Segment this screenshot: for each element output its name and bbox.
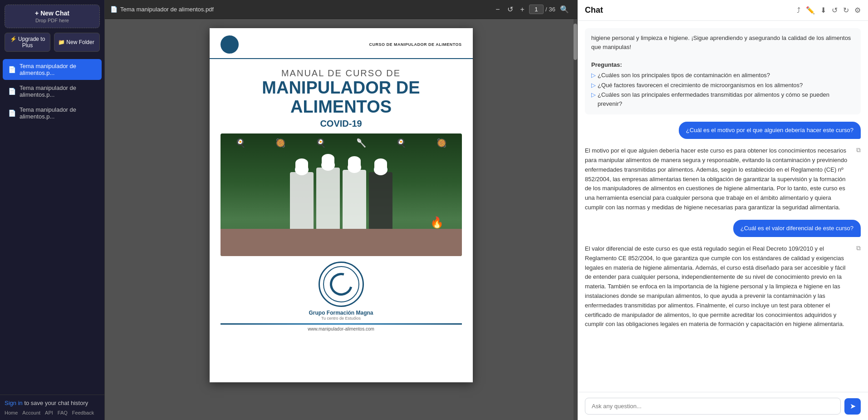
pdf-header-right: CURSO DE MANIPULADOR DE ALIMENTOS <box>369 42 461 47</box>
pdf-main-title-area: MANUAL DE CURSO DE MANIPULADOR DE ALIMEN… <box>210 59 473 133</box>
logo-c-shape <box>325 268 356 299</box>
pdf-undo-btn[interactable]: ↺ <box>505 3 516 15</box>
footer-links: HomeAccountAPIFAQFeedback <box>5 410 100 415</box>
pot-icon: 🍳 <box>235 138 245 148</box>
redo-icon[interactable]: ↻ <box>843 6 849 15</box>
file-icon: 📄 <box>8 88 16 95</box>
new-chat-button[interactable]: + New Chat Drop PDF here <box>5 5 100 28</box>
new-chat-label: + New Chat <box>10 10 94 17</box>
company-logo <box>319 262 364 307</box>
chat-panel: Chat ⤴ ✏️ ⬇ ↺ ↻ ⚙ higiene personal y lim… <box>578 0 868 420</box>
question-text: ¿Cuáles son las principales enfermedades… <box>598 90 854 108</box>
pdf-search-btn[interactable]: 🔍 <box>557 3 572 15</box>
pdf-total-pages: 36 <box>549 6 555 13</box>
question-item: ▷ ¿Qué factores favorecen el crecimiento… <box>591 81 854 90</box>
question-arrow-icon: ▷ <box>591 90 596 99</box>
pdf-company-sub: Tu centro de Estudios <box>210 316 473 321</box>
pdf-scrollbar[interactable] <box>574 19 577 420</box>
file-icon: 📄 <box>8 66 16 73</box>
upgrade-button[interactable]: ⚡ Upgrade to Plus <box>5 33 50 52</box>
copy-button[interactable]: ⧉ <box>856 244 861 252</box>
chat-header: Chat ⤴ ✏️ ⬇ ↺ ↻ ⚙ <box>578 0 868 21</box>
question-text: ¿Cuáles son los principales tipos de con… <box>598 71 770 80</box>
footer-link[interactable]: FAQ <box>58 410 68 415</box>
pdf-page-input[interactable] <box>529 5 544 14</box>
sidebar-file-item[interactable]: 📄Tema manipulador de alimentos.p... <box>3 59 102 80</box>
question-item: ▷ ¿Cuáles son los principales tipos de c… <box>591 71 854 80</box>
download-icon[interactable]: ⬇ <box>820 6 826 15</box>
chef-body-dark <box>369 172 392 231</box>
system-message: higiene personal y limpieza e higiene. ¡… <box>585 28 861 114</box>
share-icon[interactable]: ⤴ <box>797 6 800 15</box>
sidebar-file-item[interactable]: 📄Tema manipulador de alimentos.p... <box>3 103 102 124</box>
sign-in-text: Sign in to save your chat history <box>5 400 100 406</box>
pdf-scrollbar-thumb[interactable] <box>574 24 577 60</box>
assistant-text: El valor diferencial de este curso es qu… <box>585 245 846 327</box>
pdf-manual-text: MANUAL DE CURSO DE <box>223 68 459 79</box>
chef-body <box>316 168 340 231</box>
file-icon: 📄 <box>8 109 16 117</box>
new-folder-label: 📁 New Folder <box>58 39 94 45</box>
undo-icon[interactable]: ↺ <box>832 6 838 15</box>
upgrade-label: ⚡ Upgrade to Plus <box>9 36 46 49</box>
assistant-content: El motivo por el que alguien debería hac… <box>585 146 861 212</box>
pdf-minimize-btn[interactable]: − <box>493 4 502 15</box>
settings-icon[interactable]: ⚙ <box>854 6 861 15</box>
footer-link[interactable]: Account <box>22 410 40 415</box>
pdf-viewer: 📄 Tema manipulador de alimentos.pdf − ↺ … <box>104 0 578 420</box>
logo-inner <box>323 266 359 302</box>
pdf-page: CURSO DE MANIPULADOR DE ALIMENTOS MANUAL… <box>210 28 473 382</box>
system-text-prefix: higiene personal y limpieza e higiene. ¡… <box>591 35 851 50</box>
pdf-doc-icon: 📄 <box>110 6 118 13</box>
questions-label: Preguntas: <box>591 60 854 69</box>
pdf-website: www.manipulador-alimentos.com <box>210 326 473 335</box>
chef-figure <box>343 170 366 231</box>
footer-link[interactable]: API <box>45 410 53 415</box>
assistant-message: El valor diferencial de este curso es qu… <box>585 244 861 329</box>
pdf-page-separator: / <box>545 6 547 13</box>
pot-icon: 🥄 <box>356 138 366 148</box>
chefs-group <box>221 168 462 231</box>
user-text: ¿Cuál es el valor diferencial de este cu… <box>740 225 853 232</box>
file-name: Tema manipulador de alimentos.p... <box>20 84 96 98</box>
send-icon: ➤ <box>850 402 856 410</box>
pdf-zoom-in-btn[interactable]: + <box>518 4 527 15</box>
sidebar-file-item[interactable]: 📄Tema manipulador de alimentos.p... <box>3 81 102 102</box>
chef-figure <box>316 168 340 231</box>
new-chat-sublabel: Drop PDF here <box>10 18 94 23</box>
user-message: ¿Cuál es el motivo por el que alguien de… <box>585 122 861 139</box>
question-arrow-icon: ▷ <box>591 71 596 80</box>
chat-header-icons: ⤴ ✏️ ⬇ ↺ ↻ ⚙ <box>797 6 861 15</box>
chat-input[interactable] <box>585 398 841 415</box>
svg-rect-0 <box>228 41 234 42</box>
user-text: ¿Cuál es el motivo por el que alguien de… <box>686 127 853 133</box>
footer-link[interactable]: Feedback <box>72 410 94 415</box>
file-name: Tema manipulador de alimentos.p... <box>20 63 96 76</box>
user-message: ¿Cuál es el valor diferencial de este cu… <box>585 220 861 237</box>
assistant-content: El valor diferencial de este curso es qu… <box>585 244 861 329</box>
user-bubble: ¿Cuál es el valor diferencial de este cu… <box>733 220 861 237</box>
pdf-image-area: 🍳 🥘 🍳 🥄 🍳 🥘 <box>221 133 462 256</box>
chef-body <box>343 170 366 231</box>
footer-link[interactable]: Home <box>5 410 18 415</box>
flame-area: 🔥 <box>430 216 444 229</box>
hanging-pots: 🍳 🥘 🍳 🥄 🍳 🥘 <box>221 138 462 148</box>
assistant-message: El motivo por el que alguien debería hac… <box>585 146 861 212</box>
new-folder-button[interactable]: 📁 New Folder <box>54 33 100 52</box>
chat-input-area: ➤ <box>578 392 868 420</box>
pdf-content[interactable]: CURSO DE MANIPULADOR DE ALIMENTOS MANUAL… <box>105 19 577 420</box>
edit-icon[interactable]: ✏️ <box>806 6 815 15</box>
copy-button[interactable]: ⧉ <box>856 146 861 154</box>
pdf-logo-area <box>221 35 239 54</box>
pot-icon: 🍳 <box>396 138 406 148</box>
pdf-page-header: CURSO DE MANIPULADOR DE ALIMENTOS <box>210 28 473 59</box>
pdf-logo-circle <box>221 35 239 54</box>
pot-icon: 🥘 <box>275 138 285 148</box>
chat-send-button[interactable]: ➤ <box>844 398 861 415</box>
sidebar-files-list: 📄Tema manipulador de alimentos.p...📄Tema… <box>0 56 104 395</box>
question-item: ▷ ¿Cuáles son las principales enfermedad… <box>591 90 854 108</box>
file-name: Tema manipulador de alimentos.p... <box>20 106 96 120</box>
question-text: ¿Qué factores favorecen el crecimiento d… <box>598 81 803 90</box>
pdf-toolbar: 📄 Tema manipulador de alimentos.pdf − ↺ … <box>105 0 577 19</box>
sign-in-link[interactable]: Sign in <box>5 400 23 406</box>
